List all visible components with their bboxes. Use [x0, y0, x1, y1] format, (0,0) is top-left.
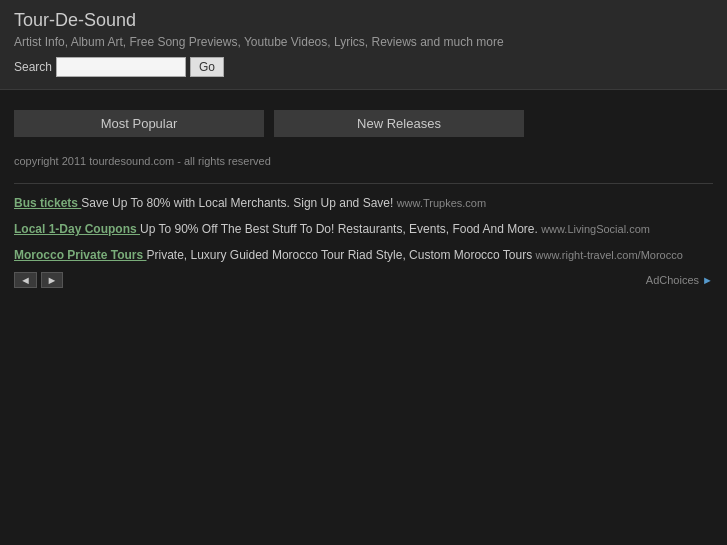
ad-title-3[interactable]: Morocco Private Tours [14, 248, 146, 262]
copyright: copyright 2011 tourdesound.com - all rig… [14, 155, 713, 167]
ad-desc-1: Save Up To 80% with Local Merchants. Sig… [81, 196, 396, 210]
ad-item-3: Morocco Private Tours Private, Luxury Gu… [14, 246, 713, 264]
ad-url-1[interactable]: www.Trupkes.com [397, 197, 486, 209]
ad-choices-label: AdChoices [646, 274, 702, 286]
ad-nav: ◄ ► AdChoices ► [14, 272, 713, 288]
site-title: Tour-De-Sound [14, 10, 713, 31]
ad-desc-2: Up To 90% Off The Best Stuff To Do! Rest… [140, 222, 541, 236]
main-content: Most Popular New Releases copyright 2011… [0, 90, 727, 302]
ad-item-1: Bus tickets Save Up To 80% with Local Me… [14, 194, 713, 212]
tab-new-releases[interactable]: New Releases [274, 110, 524, 137]
search-label: Search [14, 60, 52, 74]
ad-url-3[interactable]: www.right-travel.com/Morocco [536, 249, 683, 261]
ad-prev-button[interactable]: ◄ [14, 272, 37, 288]
go-button[interactable]: Go [190, 57, 224, 77]
header: Tour-De-Sound Artist Info, Album Art, Fr… [0, 0, 727, 90]
search-row: Search Go [14, 57, 713, 77]
search-input[interactable] [56, 57, 186, 77]
ads-section: Bus tickets Save Up To 80% with Local Me… [14, 183, 713, 288]
ad-desc-3: Private, Luxury Guided Morocco Tour Riad… [146, 248, 535, 262]
ad-title-2[interactable]: Local 1-Day Coupons [14, 222, 140, 236]
tabs-row: Most Popular New Releases [14, 110, 713, 137]
ad-title-1[interactable]: Bus tickets [14, 196, 81, 210]
ad-choices-arrow-icon: ► [702, 274, 713, 286]
ad-url-2[interactable]: www.LivingSocial.com [541, 223, 650, 235]
tab-most-popular[interactable]: Most Popular [14, 110, 264, 137]
ad-item-2: Local 1-Day Coupons Up To 90% Off The Be… [14, 220, 713, 238]
ad-choices: AdChoices ► [646, 274, 713, 286]
ad-nav-arrows: ◄ ► [14, 272, 63, 288]
ad-next-button[interactable]: ► [41, 272, 64, 288]
site-subtitle: Artist Info, Album Art, Free Song Previe… [14, 35, 713, 49]
